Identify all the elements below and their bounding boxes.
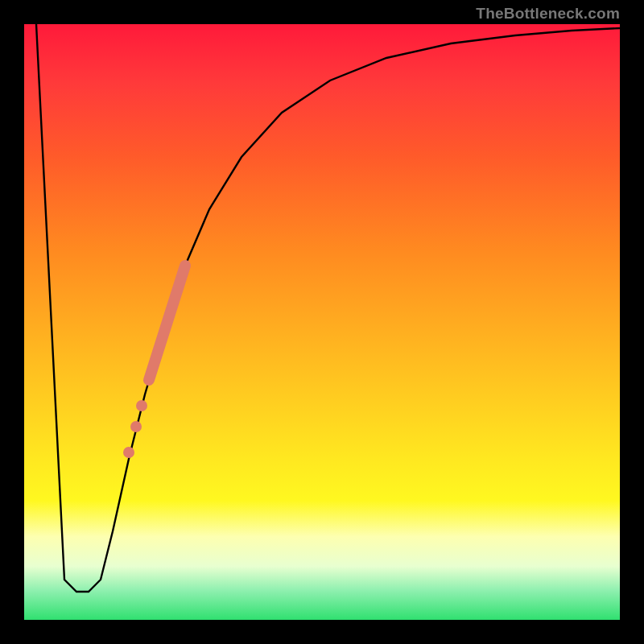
highlight-dot [130, 421, 142, 432]
chart-svg [24, 24, 620, 620]
highlight-dots [123, 400, 147, 458]
highlight-segment [149, 266, 185, 380]
chart-frame: TheBottleneck.com [0, 0, 644, 644]
watermark-text: TheBottleneck.com [476, 5, 620, 23]
bottleneck-curve [36, 24, 620, 592]
highlight-dot [136, 400, 147, 411]
plot-area [24, 24, 620, 620]
highlight-dot [123, 447, 134, 458]
